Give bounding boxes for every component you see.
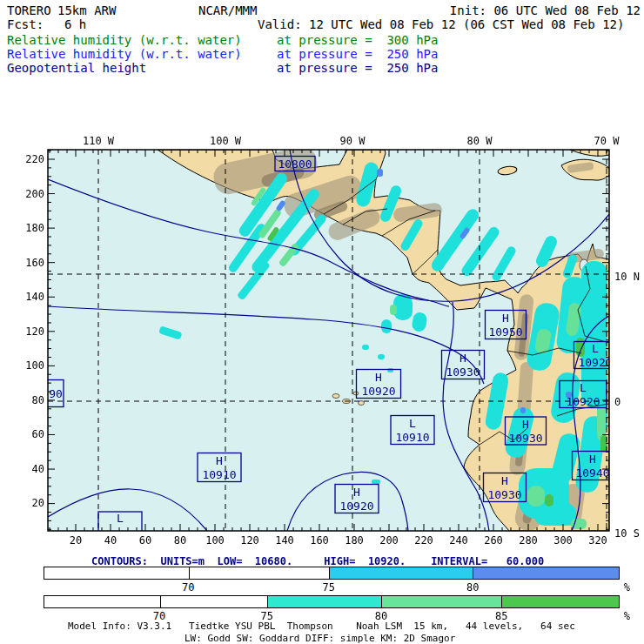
svg-text:10910: 10910 <box>202 468 236 481</box>
colorbar-tick-label: 80 <box>460 581 486 594</box>
svg-text:140: 140 <box>25 291 44 303</box>
svg-text:160: 160 <box>310 534 329 547</box>
svg-text:H: H <box>375 371 382 384</box>
colorbar-tick <box>329 567 330 579</box>
svg-text:L: L <box>409 417 416 430</box>
svg-text:0: 0 <box>614 396 621 408</box>
svg-text:L: L <box>580 381 587 394</box>
colorbar-segment <box>329 567 473 579</box>
svg-text:60: 60 <box>139 534 151 547</box>
colorbar-tick <box>473 567 473 579</box>
colorbar-tick-label: 75 <box>316 581 342 594</box>
svg-text:90: 90 <box>49 387 63 400</box>
colorbar-segment <box>381 596 501 607</box>
svg-text:160: 160 <box>25 257 44 269</box>
colorbar-segment <box>44 596 267 607</box>
svg-text:10 N: 10 N <box>614 271 640 283</box>
svg-text:10940: 10940 <box>575 466 609 480</box>
svg-text:100: 100 <box>25 359 44 372</box>
svg-text:10920: 10920 <box>361 385 395 398</box>
svg-text:320: 320 <box>588 534 607 547</box>
colorbar-2 <box>44 595 620 608</box>
svg-text:10930: 10930 <box>487 488 521 501</box>
svg-text:H: H <box>353 486 360 499</box>
svg-text:90 W: 90 W <box>340 135 366 147</box>
svg-text:40: 40 <box>32 463 44 475</box>
svg-text:110 W: 110 W <box>83 135 115 147</box>
svg-text:H: H <box>460 352 466 365</box>
svg-text:10910: 10910 <box>395 431 429 444</box>
colorbar-tick <box>381 596 382 607</box>
svg-text:180: 180 <box>25 222 44 234</box>
svg-text:10950: 10950 <box>488 325 522 339</box>
svg-text:10920: 10920 <box>566 395 600 408</box>
svg-text:20: 20 <box>70 534 82 547</box>
svg-text:10930: 10930 <box>446 366 480 379</box>
colorbar-tick <box>501 596 502 607</box>
svg-text:10930: 10930 <box>508 432 542 445</box>
svg-text:280: 280 <box>519 534 538 547</box>
svg-text:40: 40 <box>104 534 117 547</box>
svg-text:H: H <box>216 454 223 467</box>
svg-text:260: 260 <box>484 534 503 547</box>
extremum-label10800: 10800 <box>275 157 315 171</box>
svg-text:80: 80 <box>174 534 186 547</box>
svg-text:H: H <box>522 418 529 431</box>
svg-text:140: 140 <box>275 534 294 547</box>
colorbar-1 <box>44 567 620 580</box>
svg-text:10800: 10800 <box>278 158 312 171</box>
svg-text:300: 300 <box>553 534 573 547</box>
colorbar-tick <box>267 596 268 607</box>
svg-text:200: 200 <box>379 534 399 547</box>
svg-text:L: L <box>592 342 599 355</box>
forecast-chart-page: TORERO 15km ARW NCAR/MMM Init: 06 UTC We… <box>0 0 644 644</box>
svg-text:H: H <box>589 453 596 466</box>
svg-text:20: 20 <box>32 497 44 509</box>
svg-text:60: 60 <box>32 428 44 440</box>
colorbar-segment <box>501 596 619 607</box>
svg-text:80 W: 80 W <box>467 135 493 147</box>
colorbar-unit: % <box>604 610 630 622</box>
colorbar-tick <box>160 596 161 607</box>
colorbar-segment <box>473 567 619 579</box>
svg-text:100 W: 100 W <box>210 135 242 147</box>
svg-text:L: L <box>117 512 124 525</box>
svg-text:100: 100 <box>205 534 225 547</box>
colorbar-tick-label: 70 <box>175 581 201 594</box>
svg-text:10920: 10920 <box>339 500 373 513</box>
colorbar-tick <box>189 567 190 579</box>
svg-text:10920: 10920 <box>578 356 612 369</box>
svg-text:240: 240 <box>449 534 468 547</box>
svg-text:H: H <box>502 312 509 325</box>
svg-text:120: 120 <box>25 325 44 338</box>
svg-text:200: 200 <box>25 188 44 200</box>
svg-text:70 W: 70 W <box>594 135 621 147</box>
svg-text:H: H <box>501 474 508 487</box>
svg-text:180: 180 <box>345 534 364 547</box>
svg-text:220: 220 <box>25 153 44 165</box>
colorbar-segment <box>44 567 329 579</box>
svg-text:120: 120 <box>240 534 259 547</box>
svg-text:80: 80 <box>32 394 44 406</box>
svg-text:10 S: 10 S <box>614 527 640 540</box>
colorbar-segment <box>267 596 381 607</box>
model-info-line2: LW: Godd SW: Goddard DIFF: simple KM: 2D… <box>184 632 455 644</box>
svg-text:220: 220 <box>414 534 433 547</box>
forecast-map: 10800H10950H10930H10920L10920L10920L1091… <box>0 0 644 644</box>
colorbar-unit: % <box>604 581 630 594</box>
